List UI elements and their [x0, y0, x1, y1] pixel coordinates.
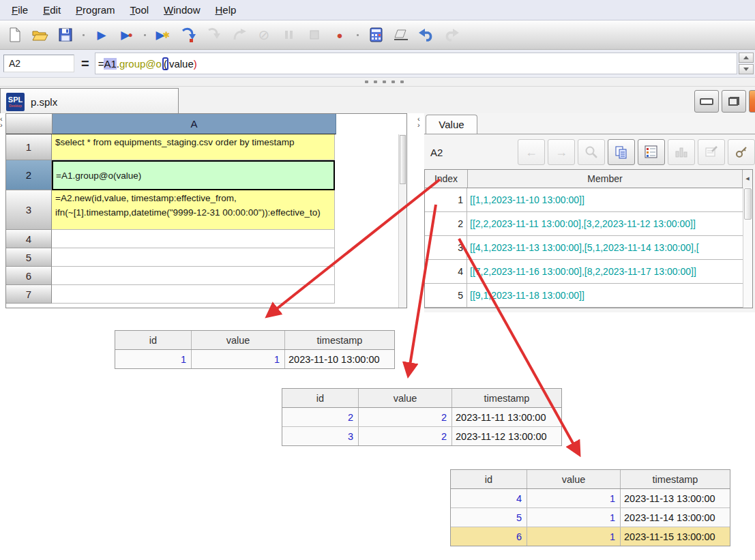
restore-button[interactable] — [722, 90, 746, 113]
menu-program[interactable]: Program — [68, 4, 123, 16]
detail-col-header-value: value — [527, 470, 621, 488]
result-scrollbar-thumb[interactable] — [744, 188, 752, 220]
tab-p-splx[interactable]: SPLDesktop p.splx — [0, 88, 179, 115]
row-header-1[interactable]: 1 — [6, 134, 52, 160]
grid-cell-A7[interactable] — [52, 285, 335, 304]
grid-cell-A1[interactable]: $select * from equipments_staging.csv or… — [52, 134, 335, 160]
detail-cell: 2 — [359, 408, 452, 426]
index-column-header[interactable]: Index — [425, 170, 468, 188]
result-index-cell: 3 — [425, 236, 467, 259]
member-rows: 1[[1,1,2023-11-10 13:00:00]]2[[2,2,2023-… — [425, 188, 752, 308]
grid-corner-cell[interactable] — [6, 114, 53, 134]
formula-input[interactable]: =A1.group@o(value) — [95, 53, 737, 74]
grid-cell-A2[interactable]: =A1.group@o(value) — [52, 160, 335, 190]
detail-cell: 2023-11-10 13:00:00 — [285, 350, 394, 368]
detail-cell: 1 — [527, 527, 621, 546]
grid-cell-A5[interactable] — [52, 248, 335, 267]
result-index-cell: 5 — [425, 284, 467, 307]
copy-button[interactable] — [608, 139, 635, 165]
record-icon[interactable]: ● — [331, 27, 348, 43]
detail-cell: 2023-11-13 13:00:00 — [621, 489, 730, 507]
debug-run-icon[interactable]: ▶● — [119, 27, 135, 43]
menu-window[interactable]: Window — [156, 4, 207, 16]
grid-cell-A6[interactable] — [52, 267, 335, 285]
result-member-cell[interactable]: [[1,1,2023-11-10 13:00:00]] — [467, 188, 752, 211]
spinner-down-icon[interactable] — [739, 64, 754, 74]
menu-edit[interactable]: Edit — [35, 4, 68, 16]
detail-table-group3: idvaluetimestamp412023-11-13 13:00:00512… — [450, 469, 730, 546]
detail-cell: 2 — [282, 408, 359, 426]
spinner-up-icon[interactable] — [739, 53, 754, 63]
row-header-2[interactable]: 2 — [6, 160, 52, 190]
grid-cell-A4[interactable] — [52, 230, 335, 248]
result-row-5[interactable]: 5[[9,1,2023-11-18 13:00:00]] — [425, 284, 752, 308]
app-window: FileEditProgramToolWindowHelp ▶ ▶● ▶✱ ⊘ — [0, 0, 755, 560]
row-header-7[interactable]: 7 — [6, 285, 52, 304]
formula-token: ) — [194, 58, 197, 70]
detail-cell: 2023-11-12 13:00:00 — [452, 427, 561, 445]
undo-icon[interactable] — [418, 27, 434, 43]
minimize-button[interactable] — [694, 90, 719, 113]
tab-value[interactable]: Value — [426, 115, 477, 134]
member-column-header[interactable]: Member — [468, 170, 743, 188]
grid-scrollbar[interactable] — [398, 134, 406, 308]
detail-cell: 5 — [451, 508, 527, 527]
column-header-A[interactable]: A — [53, 114, 336, 134]
detail-row: 112023-11-10 13:00:00 — [115, 350, 394, 368]
run-icon[interactable]: ▶ — [93, 27, 110, 43]
draw-key-button[interactable] — [728, 139, 755, 165]
open-icon[interactable] — [32, 27, 48, 43]
row-header-4[interactable]: 4 — [6, 230, 52, 248]
result-row-2[interactable]: 2[[2,2,2023-11-11 13:00:00],[3,2,2023-11… — [425, 212, 752, 236]
detail-col-header-id: id — [115, 331, 192, 349]
step-return-icon — [231, 27, 247, 43]
save-icon[interactable] — [57, 27, 74, 43]
cell-name-box[interactable]: A2 — [3, 55, 74, 72]
close-button[interactable]: × — [749, 90, 755, 113]
formula-token: = — [98, 58, 104, 70]
result-member-cell[interactable]: [[2,2,2023-11-11 13:00:00],[3,2,2023-11-… — [467, 212, 752, 235]
minimize-icon — [700, 98, 713, 105]
clear-icon[interactable] — [393, 27, 409, 43]
step-over-icon[interactable] — [180, 27, 196, 43]
result-member-cell[interactable]: [[4,1,2023-11-13 13:00:00],[5,1,2023-11-… — [467, 236, 752, 259]
new-file-icon[interactable] — [7, 27, 23, 43]
detail-row: 612023-11-15 13:00:00 — [451, 527, 730, 546]
formula-token: ( — [162, 57, 168, 70]
window-controls: × — [694, 90, 755, 113]
detail-cell: 1 — [192, 350, 285, 368]
grid-cell-A3[interactable]: =A2.new(id,value, timestamp:effective_fr… — [52, 190, 335, 230]
result-cell-label: A2 — [430, 147, 443, 158]
step-into-icon — [205, 27, 222, 43]
result-index-cell: 4 — [425, 260, 467, 283]
detail-col-header-id: id — [282, 389, 359, 407]
execute-to-cursor-icon[interactable]: ▶✱ — [155, 27, 171, 43]
result-panel: Value A2 ← → — [424, 113, 755, 312]
menu-help[interactable]: Help — [207, 4, 243, 16]
sheet-tab-bar: SPLDesktop p.splx × — [0, 87, 755, 116]
result-row-3[interactable]: 3[[4,1,2023-11-13 13:00:00],[5,1,2023-11… — [425, 236, 752, 260]
spl-grid: A 1$select * from equipments_staging.csv… — [5, 113, 407, 308]
grid-scrollbar-thumb[interactable] — [400, 135, 406, 184]
result-toolbar: A2 ← → — [424, 134, 755, 170]
menu-file[interactable]: File — [4, 4, 35, 16]
list-view-button[interactable] — [638, 139, 665, 165]
sheet-tab-label: p.splx — [31, 96, 57, 108]
result-row-4[interactable]: 4[[7,2,2023-11-16 13:00:00],[8,2,2023-11… — [425, 260, 752, 284]
result-member-cell[interactable]: [[7,2,2023-11-16 13:00:00],[8,2,2023-11-… — [467, 260, 752, 283]
result-scrollbar[interactable] — [743, 188, 752, 308]
result-member-cell[interactable]: [[9,1,2023-11-18 13:00:00]] — [467, 284, 752, 307]
horizontal-splitter[interactable] — [0, 78, 755, 87]
row-header-3[interactable]: 3 — [6, 190, 52, 230]
result-row-1[interactable]: 1[[1,1,2023-11-10 13:00:00]] — [425, 188, 752, 212]
formula-expand-spinner[interactable] — [739, 53, 754, 74]
panel-splitter-collapse[interactable]: ‹› — [417, 116, 423, 128]
equals-label: = — [81, 56, 89, 72]
detail-col-header-value: value — [359, 389, 452, 407]
row-header-5[interactable]: 5 — [6, 248, 52, 267]
calculator-icon[interactable] — [368, 27, 384, 43]
left-splitter-collapse[interactable]: ‹› — [0, 116, 5, 128]
redo-icon — [443, 27, 460, 43]
row-header-6[interactable]: 6 — [6, 267, 52, 285]
menu-tool[interactable]: Tool — [123, 4, 157, 16]
